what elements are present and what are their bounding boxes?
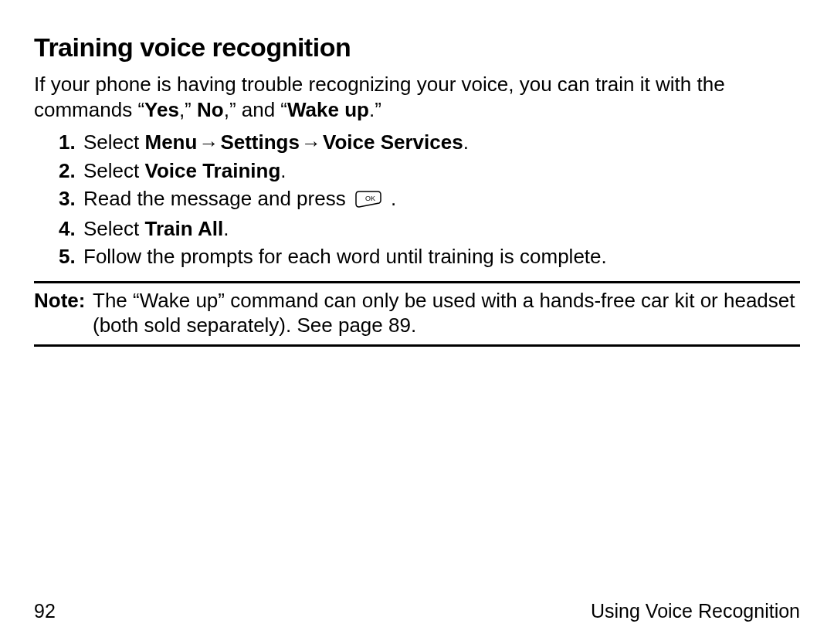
note-label: Note:	[34, 288, 93, 338]
steps-list: 1. Select Menu → Settings → Voice Servic…	[34, 130, 800, 270]
menu-path-voice-services: Voice Services	[323, 130, 463, 154]
step-4: 4. Select Train All.	[59, 216, 800, 242]
step-number: 5.	[59, 244, 83, 270]
intro-paragraph: If your phone is having trouble recogniz…	[34, 72, 800, 122]
step-text: Select Train All.	[83, 216, 800, 242]
intro-text-2: ,”	[179, 98, 197, 121]
step-pre: Select	[83, 159, 145, 182]
step-number: 1.	[59, 130, 83, 157]
note-text: The “Wake up” command can only be used w…	[93, 288, 800, 338]
menu-path-menu: Menu	[145, 130, 198, 154]
step-pre: Read the message and press	[83, 187, 351, 210]
step-pre: Select	[83, 217, 145, 240]
step-post: .	[223, 217, 229, 240]
note-block: Note: The “Wake up” command can only be …	[34, 281, 800, 347]
step-post: .	[385, 187, 396, 210]
train-all-label: Train All	[145, 217, 224, 240]
step-2: 2. Select Voice Training.	[59, 158, 800, 185]
intro-text-3: ,” and “	[224, 98, 287, 121]
step-1: 1. Select Menu → Settings → Voice Servic…	[59, 130, 800, 157]
step-post: .	[280, 159, 286, 182]
step-5: 5. Follow the prompts for each word unti…	[59, 244, 800, 270]
step-number: 2.	[59, 158, 83, 185]
arrow-icon: →	[301, 130, 321, 157]
section-heading: Training voice recognition	[34, 32, 800, 63]
ok-button-icon: OK	[354, 189, 382, 215]
step-text: Read the message and press OK .	[83, 186, 800, 215]
step-number: 3.	[59, 186, 83, 215]
menu-path-settings: Settings	[220, 130, 300, 154]
intro-text-4: .”	[369, 98, 381, 121]
cmd-no: No	[197, 98, 224, 121]
cmd-wakeup: Wake up	[287, 98, 369, 121]
step-text: Select Voice Training.	[83, 158, 800, 185]
step-text: Select Menu → Settings → Voice Services.	[83, 130, 800, 157]
svg-text:OK: OK	[365, 195, 375, 202]
cmd-yes: Yes	[144, 98, 179, 121]
page-footer: 92 Using Voice Recognition	[34, 600, 800, 622]
step-pre: Select	[83, 130, 145, 154]
arrow-icon: →	[198, 130, 219, 157]
step-text: Follow the prompts for each word until t…	[83, 244, 800, 270]
footer-section-title: Using Voice Recognition	[591, 600, 800, 622]
step-post: .	[463, 130, 469, 154]
step-3: 3. Read the message and press OK .	[59, 186, 800, 215]
voice-training-label: Voice Training	[145, 159, 281, 182]
page-number: 92	[34, 600, 56, 622]
step-number: 4.	[59, 216, 83, 242]
